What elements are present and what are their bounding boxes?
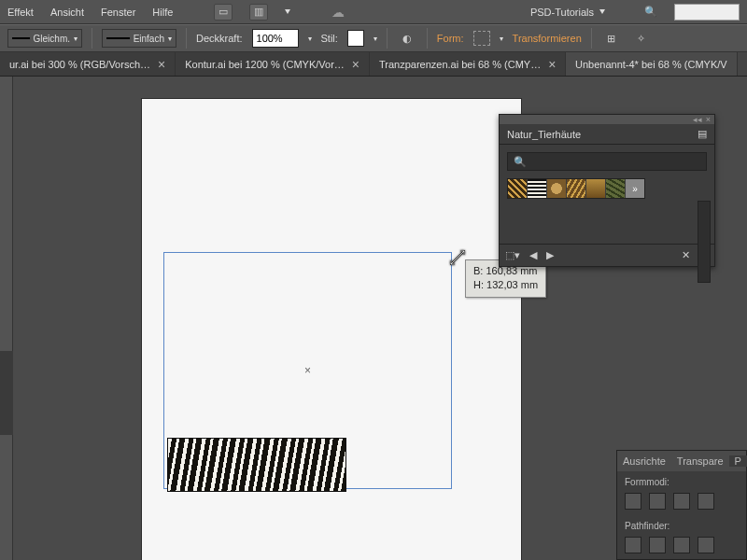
center-mark-icon: × <box>304 364 311 377</box>
pathfinder-panel[interactable]: Ausrichte Transpare P Formmodi: Pathfind… <box>616 450 747 560</box>
stroke-profile-1[interactable]: Gleichm. ▾ <box>7 29 82 48</box>
swatch-overflow-icon[interactable]: » <box>626 179 644 198</box>
swatch-libraries-icon[interactable]: ⬚▾ <box>505 249 520 261</box>
tab-1-label: Kontur.ai bei 1200 % (CMYK/Vor… <box>185 59 345 70</box>
swatch-row: » <box>507 178 645 199</box>
shapemode-minus-icon[interactable] <box>649 493 666 510</box>
swatch-2[interactable] <box>528 179 546 198</box>
menu-view[interactable]: Ansicht <box>50 7 84 18</box>
close-icon[interactable]: × <box>548 58 556 71</box>
style-label: Stil: <box>321 33 338 44</box>
doc-tab-2[interactable]: Tranzparenzen.ai bei 68 % (CMY… × <box>370 52 566 76</box>
prev-icon[interactable]: ◀ <box>529 249 537 261</box>
workspace: × B: 160,83 mm H: 132,03 mm ◂◂ × Natur_T… <box>0 77 747 560</box>
close-icon[interactable]: × <box>158 58 165 71</box>
panel-controls: ◂◂ × <box>500 115 714 124</box>
menu-window[interactable]: Fenster <box>101 7 135 18</box>
swatches-panel-title[interactable]: Natur_Tierhäute <box>507 129 698 140</box>
recolor-icon[interactable]: ◐ <box>397 29 417 48</box>
pf-divide-icon[interactable] <box>625 537 641 553</box>
search-icon: 🔍 <box>644 6 657 18</box>
zebra-pattern-object[interactable] <box>167 438 346 492</box>
menu-help[interactable]: Hilfe <box>152 7 173 18</box>
search-icon: 🔍 <box>514 156 527 168</box>
swatch-4[interactable] <box>567 179 585 198</box>
shape-dropdown-icon[interactable]: ▾ <box>500 35 503 43</box>
height-value: 132,03 mm <box>486 279 538 290</box>
shapemode-intersect-icon[interactable] <box>673 493 690 510</box>
tab-transparency[interactable]: Transpare <box>671 455 729 467</box>
opacity-value: 100% <box>257 33 283 44</box>
swatch-6[interactable] <box>606 179 625 198</box>
panel-scrollbar[interactable] <box>698 201 711 283</box>
transform-label[interactable]: Transformieren <box>513 33 582 44</box>
swatch-3[interactable] <box>547 179 566 198</box>
close-icon[interactable]: × <box>352 58 359 71</box>
formmodi-label: Formmodi: <box>625 477 739 487</box>
tab-3-label: Unbenannt-4* bei 68 % (CMYK/V <box>575 59 727 70</box>
pf-crop-icon[interactable] <box>698 537 714 553</box>
doc-tab-0[interactable]: ur.ai bei 300 % (RGB/Vorsch… × <box>0 52 176 76</box>
panel-collapse-icon[interactable]: ◂◂ <box>693 115 702 124</box>
stroke2-label: Einfach <box>134 34 164 44</box>
align-icon[interactable]: ⊞ <box>601 29 622 48</box>
layout-dropdown-icon[interactable] <box>285 9 290 14</box>
tab-align[interactable]: Ausrichte <box>617 455 671 467</box>
panel-menu-icon[interactable]: ▤ <box>698 128 707 140</box>
height-label: H: <box>473 279 484 290</box>
opacity-label: Deckkraft: <box>196 33 243 44</box>
left-ruler-strip <box>0 77 13 560</box>
chevron-down-icon <box>599 9 605 14</box>
tab-0-label: ur.ai bei 300 % (RGB/Vorsch… <box>9 59 150 70</box>
options-bar: Gleichm. ▾ Einfach ▾ Deckkraft: 100% ▾ S… <box>0 24 747 52</box>
stroke1-label: Gleichm. <box>34 34 70 44</box>
shape-label[interactable]: Form: <box>437 33 464 44</box>
pathfinder-label: Pathfinder: <box>625 521 739 531</box>
cloud-icon[interactable]: ☁ <box>331 5 345 20</box>
pf-trim-icon[interactable] <box>649 537 666 553</box>
isolate-icon[interactable]: ✧ <box>631 29 652 48</box>
doc-tab-1[interactable]: Kontur.ai bei 1200 % (CMYK/Vor… × <box>176 52 370 76</box>
swatches-panel-footer: ⬚▾ ◀ ▶ ✕ ▤ <box>500 244 714 266</box>
shapemode-unite-icon[interactable] <box>625 493 641 510</box>
swatch-search-input[interactable]: 🔍 <box>507 152 707 171</box>
opacity-field[interactable]: 100% <box>252 29 299 48</box>
width-label: B: <box>473 265 483 276</box>
menu-bar: Effekt Ansicht Fenster Hilfe ▭ ▥ ☁ PSD-T… <box>0 0 747 24</box>
panel-close-icon[interactable]: × <box>706 115 711 124</box>
swatch-1[interactable] <box>508 179 527 198</box>
stroke-profile-2[interactable]: Einfach ▾ <box>102 29 176 48</box>
document-tab-bar: ur.ai bei 300 % (RGB/Vorsch… × Kontur.ai… <box>0 52 747 77</box>
shape-mode-icon[interactable] <box>473 31 490 46</box>
pf-merge-icon[interactable] <box>673 537 690 553</box>
swatch-5[interactable] <box>586 179 605 198</box>
style-swatch[interactable] <box>347 30 364 47</box>
tab-2-label: Tranzparenzen.ai bei 68 % (CMY… <box>379 59 541 70</box>
layout-icon-2[interactable]: ▥ <box>249 4 268 21</box>
layout-icon-1[interactable]: ▭ <box>214 4 233 21</box>
doc-tab-3[interactable]: Unbenannt-4* bei 68 % (CMYK/V <box>566 52 738 76</box>
shapemode-exclude-icon[interactable] <box>698 493 714 510</box>
psd-label: PSD-Tutorials <box>530 7 594 18</box>
swatches-panel[interactable]: ◂◂ × Natur_Tierhäute ▤ 🔍 » ⬚▾ ◀ <box>499 114 715 267</box>
search-input[interactable] <box>674 4 740 21</box>
psd-tutorials-dropdown[interactable]: PSD-Tutorials <box>530 7 605 18</box>
no-edit-icon[interactable]: ✕ <box>682 249 690 261</box>
opacity-dropdown-icon[interactable]: ▾ <box>308 35 312 43</box>
next-icon[interactable]: ▶ <box>546 249 554 261</box>
tab-pathfinder[interactable]: P <box>729 455 747 467</box>
style-dropdown-icon[interactable]: ▾ <box>374 35 377 43</box>
menu-effect[interactable]: Effekt <box>7 7 34 18</box>
